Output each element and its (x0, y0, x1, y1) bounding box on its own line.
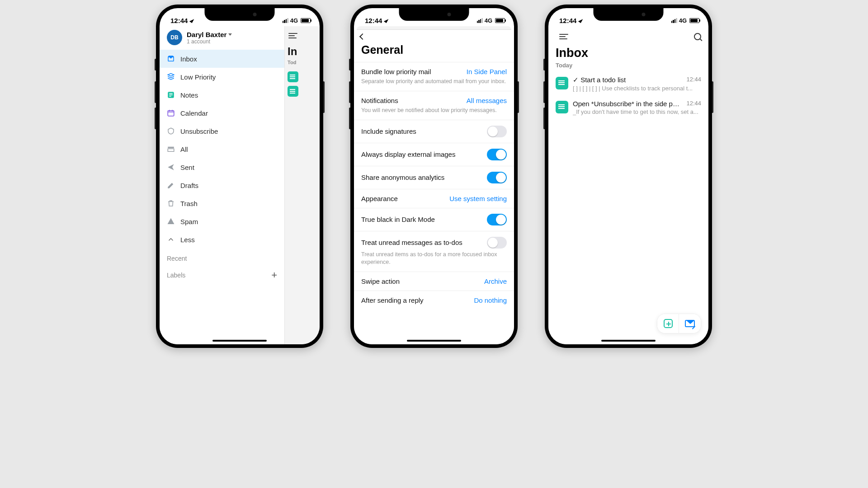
today-label: Today (548, 61, 708, 72)
home-indicator[interactable] (407, 340, 461, 342)
note-icon (556, 77, 568, 89)
menu-button[interactable] (556, 30, 572, 43)
toggle[interactable] (487, 237, 507, 249)
setting-swipe[interactable]: Swipe actionArchive (354, 272, 514, 291)
message-row[interactable]: Open *Unsubscribe* in the side pan...12:… (548, 96, 708, 120)
home-indicator[interactable] (212, 340, 267, 342)
search-icon[interactable] (694, 33, 701, 40)
signal-icon (283, 18, 288, 23)
signal-icon (671, 18, 677, 23)
sidebar-item-trash[interactable]: Trash (160, 194, 284, 212)
location-icon (384, 18, 389, 23)
chevron-down-icon (228, 33, 232, 36)
spam-icon (167, 217, 175, 225)
setting-signatures[interactable]: Include signatures (354, 120, 514, 143)
sidebar-item-label: Sent (180, 164, 194, 171)
setting-bundle[interactable]: Bundle low priority mailIn Side Panel Se… (354, 62, 514, 91)
compose-button[interactable] (679, 314, 701, 333)
setting-appearance[interactable]: AppearanceUse system setting (354, 189, 514, 208)
new-note-button[interactable] (657, 314, 679, 333)
toggle[interactable] (487, 126, 507, 137)
home-indicator[interactable] (601, 340, 656, 342)
sidebar-item-label: All (180, 145, 188, 153)
setting-unread-todos[interactable]: Treat unread messages as to-dos Treat un… (354, 231, 514, 272)
unsubscribe-icon (167, 127, 175, 135)
all-icon (167, 145, 175, 153)
sidebar-item-inbox[interactable]: Inbox (160, 50, 284, 68)
sidebar-item-label: Spam (180, 218, 198, 225)
setting-analytics[interactable]: Share anonymous analytics (354, 166, 514, 189)
location-icon (189, 18, 194, 23)
back-button[interactable] (359, 33, 366, 40)
inbox-icon (167, 55, 175, 63)
battery-icon (495, 18, 505, 23)
sidebar-item-label: Unsubscribe (180, 127, 218, 135)
compose-icon (685, 320, 695, 327)
svg-rect-3 (168, 149, 174, 151)
sidebar-item-sent[interactable]: Sent (160, 158, 284, 176)
phone-mockup-3: 12:44 4G Inbox Today ✓ Start a todo list… (545, 5, 712, 348)
recent-header: Recent (160, 249, 284, 265)
sidebar: DB Daryl Baxter 1 account InboxLow Prior… (160, 26, 284, 344)
setting-trueblack[interactable]: True black in Dark Mode (354, 208, 514, 231)
phone-mockup-2: 12:44 4G General Bundle low priority mai… (350, 5, 518, 348)
sidebar-item-label: Inbox (180, 55, 197, 63)
sidebar-item-all[interactable]: All (160, 140, 284, 158)
status-network: 4G (290, 17, 298, 24)
plus-icon (664, 319, 673, 328)
setting-external-images[interactable]: Always display external images (354, 143, 514, 166)
add-label-button[interactable]: + (271, 269, 277, 281)
sidebar-item-label: Low Priority (180, 73, 216, 81)
phone-mockup-1: 12:44 4G DB Daryl Baxter 1 account Inbox… (156, 5, 323, 348)
sidebar-item-calendar[interactable]: Calendar (160, 104, 284, 122)
sidebar-item-label: Notes (180, 91, 198, 99)
account-switcher[interactable]: DB Daryl Baxter 1 account (160, 26, 284, 50)
lowpriority-icon (167, 73, 175, 81)
message-title: Open *Unsubscribe* in the side pan... (573, 100, 683, 108)
settings-title: General (354, 40, 514, 62)
fab-container (657, 314, 701, 333)
toggle[interactable] (487, 214, 507, 225)
sidebar-item-label: Trash (180, 200, 198, 207)
message-row[interactable]: ✓ Start a todo list12:44[ ] | [ ] | [ ] … (548, 72, 708, 96)
sidebar-item-notes[interactable]: Notes (160, 86, 284, 104)
status-time: 12:44 (170, 17, 188, 24)
main-peek: In Tod (284, 26, 320, 344)
toggle[interactable] (487, 172, 507, 183)
labels-header: Labels (167, 272, 185, 279)
setting-notifications[interactable]: NotificationsAll messages You will never… (354, 91, 514, 120)
calendar-icon (167, 109, 175, 117)
less-icon (167, 235, 175, 244)
sent-icon (167, 163, 175, 171)
sidebar-item-label: Calendar (180, 109, 208, 117)
sidebar-item-label: Less (180, 236, 195, 244)
inbox-title: Inbox (548, 44, 708, 61)
svg-rect-2 (168, 147, 174, 148)
menu-button[interactable] (285, 29, 320, 42)
note-icon[interactable] (288, 71, 298, 82)
location-icon (578, 18, 583, 23)
svg-rect-1 (168, 111, 174, 116)
signal-icon (477, 18, 483, 23)
message-preview: [ ] | [ ] | [ ] | Use checklists to trac… (573, 85, 701, 92)
avatar: DB (167, 30, 182, 45)
message-title: ✓ Start a todo list (573, 76, 626, 84)
notes-icon (167, 91, 175, 99)
toggle[interactable] (487, 149, 507, 160)
today-label-peek: Tod (285, 59, 320, 68)
sidebar-item-label: Drafts (180, 182, 198, 189)
sidebar-item-lowpriority[interactable]: Low Priority (160, 68, 284, 86)
drafts-icon (167, 181, 175, 189)
sidebar-item-drafts[interactable]: Drafts (160, 176, 284, 194)
setting-after-send[interactable]: After sending a replyDo nothing (354, 291, 514, 310)
battery-icon (689, 18, 699, 23)
message-time: 12:44 (686, 76, 701, 84)
message-time: 12:44 (686, 100, 701, 108)
sidebar-item-spam[interactable]: Spam (160, 212, 284, 230)
note-icon[interactable] (288, 86, 298, 97)
profile-subtitle: 1 account (187, 38, 232, 45)
message-preview: _If you don't have time to get to this n… (573, 108, 701, 115)
sidebar-item-less[interactable]: Less (160, 230, 284, 249)
note-icon (556, 101, 568, 113)
sidebar-item-unsubscribe[interactable]: Unsubscribe (160, 122, 284, 140)
